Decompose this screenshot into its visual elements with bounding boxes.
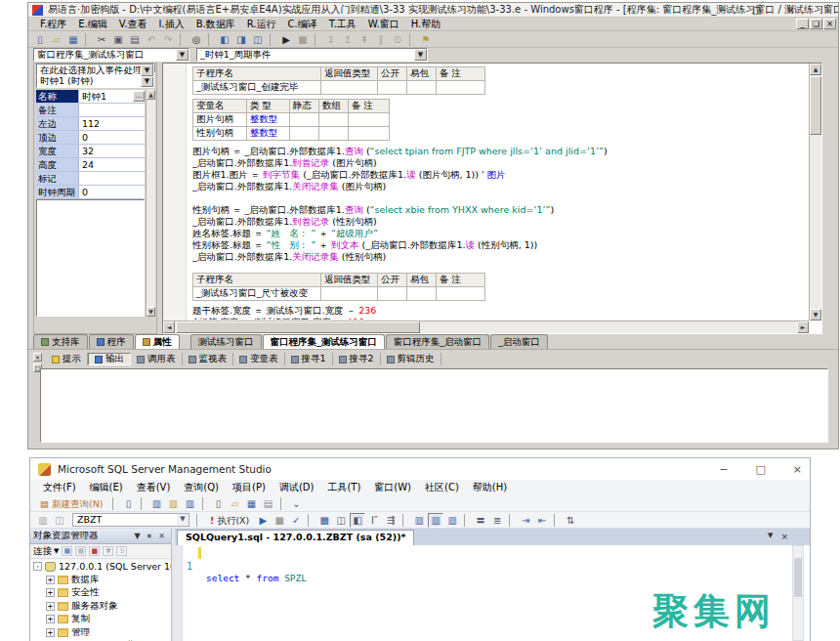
breakpoint-button[interactable]: ⊙ (390, 32, 405, 47)
output-content[interactable] (40, 368, 828, 443)
code-line[interactable]: 姓名标签.标题 ＝ “姓 名： ” ＋ “超级用户” (192, 228, 808, 239)
code-line[interactable]: 性别标签.标题 ＝ “性 别： ” ＋ 到文本 (_启动窗口.外部数据库1.读 … (192, 239, 808, 251)
outdent-button[interactable]: ⇤ (534, 513, 550, 528)
comment-button[interactable]: 〓 (473, 513, 488, 528)
code-vertical-scrollbar[interactable]: ▲ ▼ (809, 64, 821, 320)
find-button[interactable]: ◎ (189, 32, 204, 47)
db-3-button[interactable]: ▥ (183, 496, 198, 511)
database-combo[interactable]: ZBZT ▼ (72, 513, 189, 527)
cut-button[interactable]: ✂ (94, 32, 109, 47)
tree-item-复制[interactable]: +复制 (30, 613, 171, 626)
menu-item[interactable]: I.插入 (153, 18, 190, 31)
chevron-down-icon[interactable]: ▼ (52, 547, 59, 555)
menu-item[interactable]: 查看(V) (130, 481, 178, 494)
property-row-时钟周期[interactable]: 时钟周期0 (36, 186, 145, 199)
scroll-up-icon[interactable]: ▲ (810, 64, 821, 75)
chevron-down-icon[interactable]: ▼ (768, 532, 773, 541)
scroll-up-icon[interactable]: ▲ (147, 90, 155, 100)
chevron-down-icon[interactable]: ▼ (176, 49, 189, 61)
property-row-备注[interactable]: 备注 (36, 104, 145, 117)
scroll-thumb[interactable] (794, 558, 802, 597)
property-value[interactable] (79, 172, 145, 185)
db-2-button[interactable]: ▥ (166, 496, 182, 511)
run-button[interactable]: ▶ (278, 32, 294, 47)
stop-oe-button[interactable]: ■ (89, 546, 100, 556)
code-line[interactable]: 性别句柄 ＝ _启动窗口.外部数据库1.查询 (“select xbie fro… (192, 204, 808, 216)
output-tab-搜寻2[interactable]: 搜寻2 (333, 353, 381, 365)
connect-server-button[interactable]: ▦ (62, 546, 72, 556)
tab-属性[interactable]: 属性 (135, 334, 180, 349)
new-file-button[interactable]: ▯ (121, 496, 137, 511)
property-value[interactable]: 32 (79, 145, 145, 157)
output-tab-搜寻1[interactable]: 搜寻1 (285, 353, 333, 365)
layout-full-button[interactable]: ◫ (250, 32, 266, 47)
scroll-right-icon[interactable]: ► (797, 321, 809, 333)
code-line[interactable]: _启动窗口.外部数据库1.到首记录 (图片句柄) (192, 157, 808, 169)
output-close-icon[interactable]: × (33, 353, 42, 362)
menu-item[interactable]: H.帮助 (405, 18, 447, 31)
debug-button[interactable]: ▶ (255, 513, 271, 528)
menu-item[interactable]: 帮助(H) (466, 481, 514, 494)
flag-button[interactable]: ⚑ (418, 32, 434, 47)
sql-code[interactable]: select * from SPZL (206, 573, 307, 584)
mdi-close-icon[interactable]: × (823, 19, 836, 29)
property-row-宽度[interactable]: 宽度32 (36, 145, 145, 158)
menu-item[interactable]: E.编辑 (72, 18, 113, 31)
event-handler-list[interactable] (36, 199, 145, 317)
tree-item-安全性[interactable]: +安全性 (30, 586, 171, 600)
copy-db-3-button[interactable]: ▥ (444, 513, 460, 528)
tab-支持库[interactable]: 支持库 (33, 334, 88, 349)
output-tab-调用表[interactable]: 调用表 (131, 353, 183, 365)
property-value[interactable]: 时钟1 (79, 90, 133, 103)
menu-item[interactable]: F.程序 (34, 18, 72, 31)
plan-1-button[interactable]: ▩ (316, 513, 332, 528)
tree-expander-icon[interactable]: + (46, 615, 55, 623)
tab-测试练习窗口[interactable]: 测试练习窗口 (190, 334, 262, 349)
menu-item[interactable]: V.查看 (113, 18, 153, 31)
scroll-thumb[interactable] (176, 321, 420, 333)
undo-button[interactable]: ↶ (144, 32, 159, 47)
menu-item[interactable]: 文件(F) (36, 481, 83, 494)
tab-窗口程序集_启动窗口[interactable]: 窗口程序集_启动窗口 (386, 334, 489, 349)
menu-item[interactable]: 社区(C) (418, 481, 466, 494)
disconnect-button[interactable]: ▦ (75, 546, 86, 556)
chevron-down-icon[interactable]: ▼ (414, 49, 427, 61)
code-line[interactable]: _启动窗口.外部数据库1.到首记录 (性别句柄) (192, 216, 808, 228)
change-db-button[interactable]: ◫ (52, 513, 67, 528)
property-value[interactable]: 24 (79, 158, 145, 171)
menu-item[interactable]: 查询(Q) (177, 481, 226, 494)
code-line[interactable]: 图片句柄 ＝ _启动窗口.外部数据库1.查询 (“select tpian fr… (192, 146, 808, 157)
copy-db-2-button[interactable]: ▥ (428, 513, 443, 528)
maximize-icon[interactable]: □ (752, 5, 761, 16)
code-horizontal-scrollbar[interactable]: ◄ ► (163, 320, 809, 333)
tree-item-127.0.0.1 (SQL Server 10.50.1600[interactable]: -127.0.0.1 (SQL Server 10.50.1600 (30, 560, 171, 574)
property-row-标记[interactable]: 标记 (36, 172, 145, 186)
step-into-button[interactable]: ↧ (323, 32, 339, 47)
menu-item[interactable]: 工具(T) (320, 481, 367, 494)
tree-expander-icon[interactable]: + (46, 628, 55, 637)
sql-vertical-scrollbar[interactable] (792, 545, 804, 641)
code-editor[interactable]: 子程序名返回值类型公开易包备 注_测试练习窗口_创建完毕 变量名类 型静态数组备… (162, 63, 822, 334)
table-row[interactable]: 图片句柄整数型 (193, 113, 390, 127)
tree-expander-icon[interactable]: + (46, 576, 55, 584)
event-combo[interactable]: _时钟1_周期事件 ▼ (196, 48, 428, 62)
spec-button[interactable]: ⇅ (563, 513, 578, 528)
menu-item[interactable]: T.工具 (323, 18, 362, 31)
scroll-thumb[interactable] (810, 76, 821, 135)
results-file-button[interactable]: ⇶ (383, 513, 399, 528)
filter-button[interactable]: ▼ (103, 546, 113, 556)
copy-db-1-button[interactable]: ▥ (411, 513, 427, 528)
menu-item[interactable]: C.编译 (282, 18, 323, 31)
code-line[interactable]: _启动窗口.外部数据库1.关闭记录集 (图片句柄) (192, 181, 808, 192)
close-icon[interactable]: × (155, 532, 168, 540)
execute-button[interactable]: ! 执行(X) (205, 513, 254, 528)
show-plan-button[interactable]: ▥ (35, 513, 51, 528)
property-value[interactable] (79, 104, 145, 116)
sql-query-tab[interactable]: SQLQuery1.sql - 127.0.0.1.ZBZT (sa (52))… (177, 530, 414, 545)
mdi-restore-icon[interactable]: ❏ (810, 19, 822, 29)
property-value[interactable]: 112 (79, 117, 145, 130)
results-text-button[interactable]: ◧ (350, 513, 365, 528)
copy-button[interactable]: ▣ (110, 32, 126, 47)
tab-程序[interactable]: 程序 (89, 334, 134, 349)
output-tab-监视表[interactable]: 监视表 (183, 353, 234, 365)
